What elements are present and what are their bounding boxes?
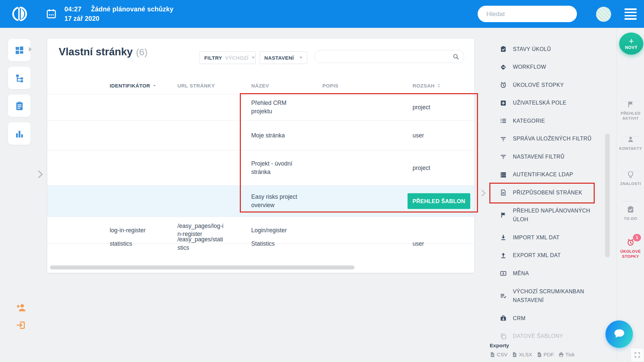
- table-row-projekt-uvodni-stranka[interactable]: Projekt - úvodní stránka project: [47, 150, 474, 185]
- bar-chart-icon: [14, 129, 24, 139]
- currency-icon: $: [500, 270, 507, 277]
- template-overview-button[interactable]: PŘEHLED ŠABLON: [408, 193, 470, 209]
- fullscreen-icon[interactable]: [634, 352, 641, 358]
- hamburger-menu-icon[interactable]: [625, 8, 637, 20]
- table-row-moje-stranka[interactable]: Moje stránka user: [47, 120, 474, 150]
- table-header: IDENTIFIKÁTOR URL STRÁNKY NÁZEV POPIS RO…: [47, 79, 474, 94]
- cell-name: Projekt - úvodní stránka: [251, 160, 308, 176]
- user-avatar[interactable]: [596, 7, 611, 22]
- menu-item-stavy-ukolu[interactable]: STAVY ÚKOLŮ: [500, 40, 606, 58]
- quick-item-kontakty[interactable]: KONTAKTY: [617, 135, 644, 150]
- menu-item-ukolove-stopky[interactable]: ÚKOLOVÉ STOPKY: [500, 76, 606, 94]
- calendar-icon[interactable]: [46, 8, 57, 19]
- quick-item-to-do[interactable]: TO-DO: [617, 205, 644, 221]
- export-pdf[interactable]: PDF: [537, 352, 554, 358]
- page-customization-icon: [500, 189, 507, 196]
- admin-menu: STAVY ÚKOLŮ WORKFLOW ÚKOLOVÉ STOPKY UŽIV…: [500, 40, 606, 345]
- top-header: 04:27 Žádné plánované schůzky 17 zář 202…: [0, 0, 644, 28]
- easy-project-logo-icon[interactable]: [11, 6, 28, 22]
- export-tisk[interactable]: Tisk: [558, 352, 575, 358]
- rail-button-bar-chart-icon[interactable]: [8, 122, 31, 145]
- cell-name: Statistics: [251, 240, 308, 248]
- add-user-icon-button[interactable]: [16, 303, 26, 313]
- quick-item-ukolove-stopky[interactable]: 1 ÚKOLOVÉSTOPKY: [617, 238, 644, 258]
- header-meeting-note: Žádné plánované schůzky: [91, 5, 173, 13]
- column-header-identifikator[interactable]: IDENTIFIKÁTOR: [110, 83, 157, 88]
- cell-identifier: statistics: [110, 240, 172, 248]
- notification-badge: 1: [633, 234, 641, 241]
- chat-bubble-button[interactable]: [605, 320, 633, 348]
- chevron-right-icon[interactable]: [29, 47, 32, 52]
- table-row-prehled-crm-projektu[interactable]: Přehled CRM projektu project: [47, 94, 474, 120]
- workflow-icon: [500, 64, 507, 71]
- knowledge-bulb-icon: [627, 171, 635, 179]
- cell-scope: project: [413, 164, 463, 172]
- login-exit-icon-button[interactable]: [16, 320, 26, 330]
- export-csv[interactable]: CSV: [490, 352, 507, 358]
- filters-dropdown[interactable]: FILTRY VÝCHOZÍ: [200, 51, 256, 64]
- header-schedule: 04:27 Žádné plánované schůzky 17 zář 202…: [64, 5, 173, 22]
- sort-ascending-icon: [152, 83, 157, 88]
- menu-item-nastaveni-filtru[interactable]: NASTAVENÍ FILTRŮ: [500, 148, 606, 166]
- chevron-right-icon[interactable]: [35, 169, 45, 180]
- sort-both-icon: [436, 83, 441, 88]
- menu-item-sprava-ulozenych-filtru[interactable]: SPRÁVA ULOŽENÝCH FILTRŮ: [500, 130, 606, 148]
- rail-button-dashboard-grid-icon[interactable]: [8, 39, 31, 61]
- divider: [621, 171, 640, 172]
- horizontal-scrollbar[interactable]: [50, 265, 355, 269]
- cell-scope: project: [413, 103, 463, 112]
- page-count: (6): [136, 47, 148, 57]
- menu-item-vychozi-scrum-kanban-nastaveni[interactable]: VÝCHOZÍ SCRUM/KANBAN NASTAVENÍ: [500, 283, 606, 310]
- menu-item-prehled-naplanovanych-uloh[interactable]: PŘEHLED NAPLÁNOVANÝCH ÚLOH: [500, 202, 606, 229]
- data-templates-copy-icon: [500, 333, 507, 340]
- project-tree-icon: [14, 73, 24, 83]
- cell-name: Přehled CRM projektu: [251, 99, 308, 116]
- new-button[interactable]: + NOVÝ: [619, 33, 643, 55]
- menu-item-import-xml-dat[interactable]: IMPORT XML DAT: [500, 229, 606, 247]
- menu-item-autentifikace-ldap[interactable]: AUTENTIFIKACE LDAP: [500, 166, 606, 184]
- exports-links: CSV XLSX PDF Tisk: [490, 352, 575, 358]
- add-user-icon: [16, 303, 26, 313]
- chevron-right-icon[interactable]: [479, 188, 488, 198]
- menu-item-crm[interactable]: CRM: [500, 309, 606, 327]
- rail-button-project-tree-icon[interactable]: [8, 67, 31, 89]
- search-icon[interactable]: [452, 53, 459, 60]
- menu-item-prizpusobeni-stranek[interactable]: PŘIZPŮSOBENÍ STRÁNEK: [500, 184, 606, 202]
- cell-name: Moje stránka: [251, 131, 308, 140]
- table-search-input[interactable]: [315, 54, 452, 60]
- menu-item-mena[interactable]: $ MĚNA: [500, 264, 606, 283]
- ldap-server-icon: [500, 171, 507, 178]
- menu-scrollbar[interactable]: [605, 133, 610, 257]
- quick-item-prehled-aktivit[interactable]: PŘEHLEDAKTIVIT: [617, 100, 644, 120]
- menu-item-uzivatelska-pole[interactable]: UŽIVATELSKÁ POLE: [500, 94, 606, 112]
- chevron-down-icon: [299, 57, 303, 59]
- cell-url: /easy_pages/statistics: [177, 235, 224, 252]
- column-header-nazev[interactable]: NÁZEV: [251, 83, 269, 88]
- categories-list-icon: [500, 117, 507, 124]
- svg-text:$: $: [502, 272, 504, 275]
- chevron-down-icon: [252, 57, 255, 59]
- menu-item-workflow[interactable]: WORKFLOW: [500, 58, 606, 76]
- divider: [621, 101, 640, 102]
- settings-dropdown[interactable]: NASTAVENÍ: [260, 51, 307, 64]
- column-header-popis[interactable]: POPIS: [322, 83, 338, 88]
- exports-title: Exporty: [490, 343, 575, 349]
- menu-item-kategorie[interactable]: KATEGORIE: [500, 112, 606, 130]
- global-search: [478, 6, 577, 22]
- print-icon: [558, 352, 564, 357]
- column-header-rozsah[interactable]: ROZSAH: [413, 83, 441, 88]
- menu-item-export-xml-dat[interactable]: EXPORT XML DAT: [500, 247, 606, 265]
- rail-button-tasks-clipboard-icon[interactable]: [8, 95, 31, 117]
- quick-item-znalosti[interactable]: ZNALOSTI: [617, 171, 644, 186]
- divider: [621, 201, 640, 201]
- quick-action-bar: + NOVÝ PŘEHLEDAKTIVIT KONTAKTY ZNALOSTI …: [616, 28, 644, 362]
- table-row-statistics[interactable]: statistics /easy_pages/statistics Statis…: [47, 243, 474, 244]
- export-xlsx[interactable]: XLSX: [512, 352, 532, 358]
- filters-dropdown-value: VÝCHOZÍ: [225, 55, 248, 61]
- plus-icon: +: [629, 37, 634, 45]
- tasks-clipboard-icon: [14, 101, 24, 111]
- table-row-easy-risks-project-overview[interactable]: Easy risks project overview PŘEHLED ŠABL…: [47, 185, 474, 217]
- global-search-input[interactable]: [478, 10, 577, 18]
- fullscreen-panel: [631, 348, 644, 362]
- column-header-url[interactable]: URL STRÁNKY: [177, 83, 215, 88]
